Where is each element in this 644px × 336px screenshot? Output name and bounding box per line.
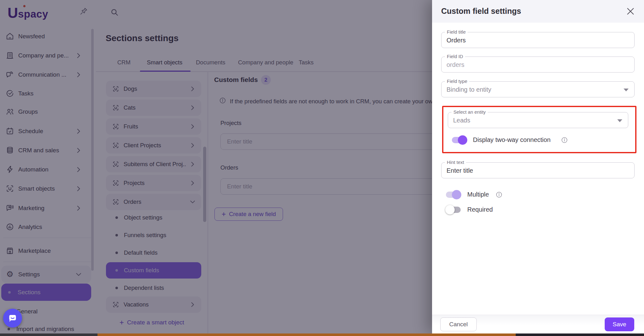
dropdown-caret-icon [624, 89, 629, 91]
toggle-thumb [458, 135, 467, 145]
field-title-label: Field title [445, 29, 468, 35]
field-type-value: Binding to entity [447, 86, 491, 93]
entity-select-label: Select an entity [452, 109, 488, 115]
screen: Uspacy Newsfeed Company and pe... Commun… [0, 0, 644, 336]
bottom-strip-center [97, 333, 516, 336]
multiple-label: Multiple [467, 191, 489, 198]
field-type-select[interactable]: Field type Binding to entity [441, 81, 635, 97]
chat-launcher-button[interactable] [3, 309, 22, 328]
bottom-strip-right [516, 333, 644, 336]
info-icon [496, 191, 502, 198]
multiple-toggle[interactable] [446, 192, 461, 198]
modal-title: Custom field settings [441, 7, 521, 16]
close-icon[interactable] [625, 6, 636, 16]
field-id-label: Field ID [445, 54, 465, 59]
chat-bubble-icon [7, 313, 18, 323]
entity-select-value: Leads [453, 117, 470, 124]
hint-text-value: Enter title [447, 167, 473, 174]
field-title-input[interactable]: Field title Orders [441, 32, 635, 48]
modal-header: Custom field settings [432, 0, 644, 23]
bottom-strip-left [0, 333, 97, 336]
custom-field-settings-modal: Custom field settings Field title Orders… [432, 0, 644, 333]
cancel-button[interactable]: Cancel [440, 317, 477, 331]
toggle-thumb [445, 205, 455, 214]
field-type-label: Field type [445, 79, 469, 84]
toggle-thumb [452, 190, 461, 199]
field-title-value: Orders [447, 36, 466, 44]
save-button[interactable]: Save [605, 317, 634, 331]
modal-footer: Cancel Save [432, 315, 644, 333]
field-id-value: orders [447, 61, 464, 68]
field-id-input[interactable]: Field ID orders [441, 57, 635, 73]
hint-text-input[interactable]: Hint text Enter title [441, 162, 635, 178]
dropdown-caret-icon [617, 119, 622, 122]
two-way-connection-toggle[interactable] [452, 137, 467, 143]
two-way-connection-label: Display two-way connection [473, 136, 551, 144]
entity-select[interactable]: Select an entity Leads [448, 112, 628, 128]
required-toggle[interactable] [446, 207, 461, 213]
hint-text-label: Hint text [445, 160, 466, 165]
required-label: Required [467, 206, 493, 213]
info-icon [561, 137, 568, 144]
